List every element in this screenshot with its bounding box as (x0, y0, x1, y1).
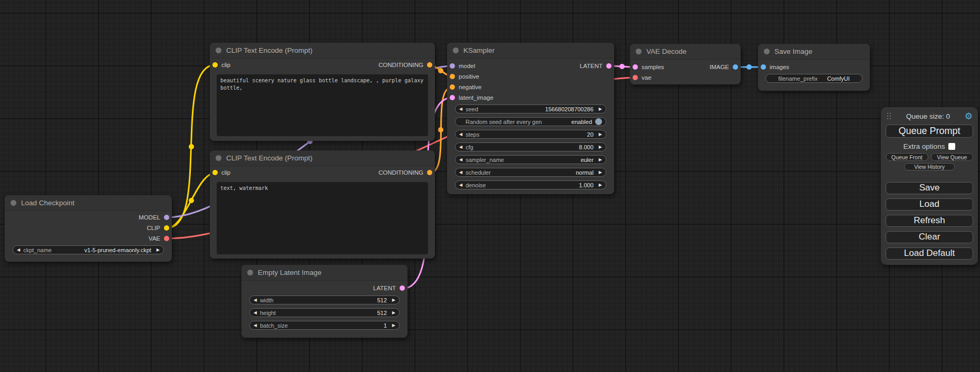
input-label-vae: vae (642, 74, 652, 81)
stepper-left-icon[interactable]: ◀ (459, 183, 462, 187)
height-widget[interactable]: ◀ height 512 ▶ (249, 308, 400, 317)
node-titlebar[interactable]: CLIP Text Encode (Prompt) (210, 150, 435, 166)
input-label-model: model (459, 63, 475, 69)
node-save-image[interactable]: Save Image images filename_prefix ComfyU… (758, 44, 870, 91)
load-default-button[interactable]: Load Default (886, 247, 973, 260)
link-midpoint-dot (438, 127, 443, 132)
node-collapse-dot-icon[interactable] (764, 49, 770, 54)
node-title: CLIP Text Encode (Prompt) (226, 154, 313, 162)
load-button[interactable]: Load (886, 198, 973, 211)
node-title: VAE Decode (646, 47, 686, 55)
stepper-left-icon[interactable]: ◀ (459, 132, 462, 137)
steps-widget[interactable]: ◀ steps 20 ▶ (455, 130, 606, 139)
ckpt-name-widget[interactable]: ◀ ckpt_name v1-5-pruned-emaonly.ckpt ▶ (13, 245, 164, 254)
sampler-name-widget[interactable]: ◀ sampler_name euler ▶ (455, 155, 606, 164)
image-output-port[interactable] (733, 64, 738, 70)
stepper-right-icon[interactable]: ▶ (599, 145, 602, 149)
node-ksampler[interactable]: KSampler LATENT model positive negative … (447, 43, 614, 194)
node-clip-text-encode-positive[interactable]: CLIP Text Encode (Prompt) clip CONDITION… (210, 43, 435, 141)
filename-prefix-widget[interactable]: filename_prefix ComfyUI (765, 74, 862, 83)
node-collapse-dot-icon[interactable] (216, 155, 221, 161)
stepper-right-icon[interactable]: ▶ (392, 298, 395, 302)
stepper-left-icon[interactable]: ◀ (17, 248, 20, 252)
widget-label: steps (465, 131, 479, 138)
queue-front-button[interactable]: Queue Front (886, 153, 928, 161)
output-label-image: IMAGE (710, 64, 729, 70)
node-titlebar[interactable]: CLIP Text Encode (Prompt) (210, 43, 435, 59)
clip-input-port[interactable] (212, 170, 218, 175)
stepper-left-icon[interactable]: ◀ (459, 145, 462, 149)
stepper-right-icon[interactable]: ▶ (599, 107, 602, 111)
node-collapse-dot-icon[interactable] (11, 200, 16, 206)
width-widget[interactable]: ◀ width 512 ▶ (249, 295, 400, 304)
vae-output-port[interactable] (164, 236, 169, 241)
model-output-port[interactable] (164, 215, 169, 220)
view-queue-button[interactable]: View Queue (931, 153, 974, 161)
node-collapse-dot-icon[interactable] (247, 270, 253, 275)
view-history-button[interactable]: View History (904, 163, 955, 170)
stepper-left-icon[interactable]: ◀ (254, 323, 257, 328)
node-empty-latent-image[interactable]: Empty Latent Image LATENT ◀ width 512 ▶ … (241, 265, 407, 338)
link-midpoint-dot (189, 144, 194, 149)
scheduler-widget[interactable]: ◀ scheduler normal ▶ (455, 168, 606, 177)
node-collapse-dot-icon[interactable] (453, 47, 459, 53)
stepper-left-icon[interactable]: ◀ (254, 311, 257, 315)
negative-prompt-textarea[interactable]: text, watermark (217, 182, 428, 254)
samples-input-port[interactable] (633, 64, 638, 70)
stepper-left-icon[interactable]: ◀ (254, 298, 257, 302)
node-titlebar[interactable]: Save Image (758, 44, 870, 60)
node-titlebar[interactable]: KSampler (447, 43, 614, 59)
stepper-right-icon[interactable]: ▶ (599, 170, 602, 175)
random-seed-toggle[interactable] (595, 118, 602, 125)
conditioning-output-port[interactable] (427, 62, 432, 68)
seed-widget[interactable]: ◀ seed 156680208700286 ▶ (455, 104, 606, 113)
node-clip-text-encode-negative[interactable]: CLIP Text Encode (Prompt) clip CONDITION… (210, 150, 435, 259)
stepper-right-icon[interactable]: ▶ (599, 183, 602, 187)
latent-image-input-port[interactable] (450, 95, 455, 100)
cfg-widget[interactable]: ◀ cfg 8.000 ▶ (455, 142, 606, 151)
node-collapse-dot-icon[interactable] (636, 49, 642, 54)
clip-output-port[interactable] (164, 225, 169, 231)
input-label-clip: clip (221, 169, 230, 176)
queue-prompt-button[interactable]: Queue Prompt (886, 125, 973, 138)
stepper-left-icon[interactable]: ◀ (459, 107, 462, 111)
widget-value: 512 (377, 297, 386, 303)
save-button[interactable]: Save (886, 182, 973, 194)
conditioning-output-port[interactable] (427, 170, 432, 175)
settings-gear-icon[interactable]: ⚙ (965, 112, 973, 121)
positive-input-port[interactable] (450, 74, 455, 79)
negative-input-port[interactable] (450, 84, 455, 90)
clear-button[interactable]: Clear (886, 231, 973, 243)
images-input-port[interactable] (761, 64, 766, 70)
node-titlebar[interactable]: Load Checkpoint (5, 195, 172, 211)
random-seed-widget[interactable]: Random seed after every gen enabled (455, 117, 606, 126)
extra-options-checkbox[interactable] (948, 143, 955, 150)
stepper-right-icon[interactable]: ▶ (392, 323, 395, 328)
clip-input-port[interactable] (212, 62, 218, 68)
stepper-right-icon[interactable]: ▶ (392, 311, 395, 315)
latent-output-port[interactable] (400, 285, 405, 291)
widget-label: Random seed after every gen (465, 119, 542, 125)
drag-handle-icon[interactable] (887, 113, 891, 120)
input-label-positive: positive (459, 73, 479, 80)
batch-size-widget[interactable]: ◀ batch_size 1 ▶ (249, 321, 400, 330)
stepper-left-icon[interactable]: ◀ (459, 170, 462, 175)
stepper-left-icon[interactable]: ◀ (459, 158, 462, 162)
model-input-port[interactable] (450, 63, 455, 69)
stepper-right-icon[interactable]: ▶ (599, 132, 602, 137)
node-titlebar[interactable]: Empty Latent Image (241, 265, 407, 281)
node-vae-decode[interactable]: VAE Decode samples IMAGE vae (630, 44, 741, 84)
vae-input-port[interactable] (633, 75, 638, 80)
widget-label: filename_prefix (778, 75, 818, 82)
positive-prompt-textarea[interactable]: beautiful scenery nature glass bottle la… (217, 74, 428, 136)
widget-value: ComfyUI (827, 75, 850, 82)
input-label-latent-image: latent_image (459, 94, 493, 101)
stepper-right-icon[interactable]: ▶ (157, 248, 160, 252)
stepper-right-icon[interactable]: ▶ (599, 158, 602, 162)
denoise-widget[interactable]: ◀ denoise 1.000 ▶ (455, 180, 606, 189)
node-load-checkpoint[interactable]: Load Checkpoint MODEL CLIP VAE ◀ ckpt_na… (5, 195, 172, 262)
node-collapse-dot-icon[interactable] (216, 47, 221, 53)
node-title: Save Image (774, 47, 812, 55)
node-titlebar[interactable]: VAE Decode (630, 44, 741, 60)
refresh-button[interactable]: Refresh (886, 215, 973, 227)
